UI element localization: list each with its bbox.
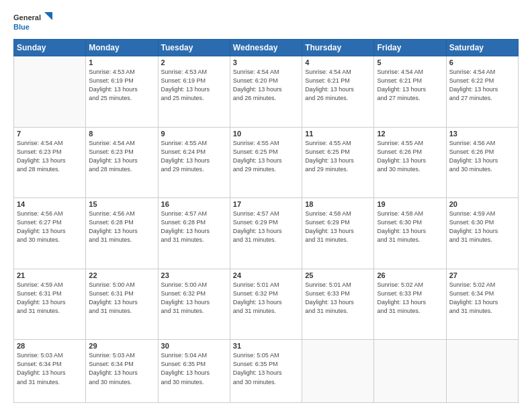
cell-info: Sunrise: 4:56 AM Sunset: 6:26 PM Dayligh…	[449, 139, 515, 174]
cell-info: Sunrise: 5:00 AM Sunset: 6:31 PM Dayligh…	[89, 281, 154, 316]
col-header-wednesday: Wednesday	[230, 40, 302, 56]
calendar-cell: 13Sunrise: 4:56 AM Sunset: 6:26 PM Dayli…	[446, 127, 518, 198]
day-number: 19	[377, 200, 443, 208]
calendar-cell: 29Sunrise: 5:03 AM Sunset: 6:34 PM Dayli…	[86, 340, 158, 403]
calendar-cell: 21Sunrise: 4:59 AM Sunset: 6:31 PM Dayli…	[14, 269, 86, 340]
day-number: 27	[449, 271, 515, 279]
calendar-table: SundayMondayTuesdayWednesdayThursdayFrid…	[13, 39, 519, 403]
day-number: 2	[161, 58, 227, 66]
cell-info: Sunrise: 4:54 AM Sunset: 6:22 PM Dayligh…	[449, 68, 515, 103]
cell-info: Sunrise: 4:54 AM Sunset: 6:23 PM Dayligh…	[17, 139, 83, 174]
cell-info: Sunrise: 5:03 AM Sunset: 6:34 PM Dayligh…	[17, 351, 83, 386]
calendar-cell: 27Sunrise: 5:02 AM Sunset: 6:34 PM Dayli…	[446, 269, 518, 340]
day-number: 3	[233, 58, 299, 66]
calendar-cell	[446, 340, 518, 403]
day-number: 28	[17, 342, 83, 350]
calendar-cell: 16Sunrise: 4:57 AM Sunset: 6:28 PM Dayli…	[158, 198, 230, 269]
calendar-cell: 17Sunrise: 4:57 AM Sunset: 6:29 PM Dayli…	[230, 198, 302, 269]
day-number: 26	[377, 271, 443, 279]
day-number: 20	[449, 200, 515, 208]
calendar-cell: 19Sunrise: 4:58 AM Sunset: 6:30 PM Dayli…	[374, 198, 446, 269]
cell-info: Sunrise: 4:56 AM Sunset: 6:28 PM Dayligh…	[89, 210, 154, 244]
cell-info: Sunrise: 5:01 AM Sunset: 6:32 PM Dayligh…	[233, 281, 299, 316]
day-number: 31	[233, 342, 299, 350]
calendar-cell: 7Sunrise: 4:54 AM Sunset: 6:23 PM Daylig…	[14, 127, 86, 198]
calendar-cell: 3Sunrise: 4:54 AM Sunset: 6:20 PM Daylig…	[230, 56, 302, 128]
calendar-cell: 24Sunrise: 5:01 AM Sunset: 6:32 PM Dayli…	[230, 269, 302, 340]
calendar-cell: 10Sunrise: 4:55 AM Sunset: 6:25 PM Dayli…	[230, 127, 302, 198]
svg-text:Blue: Blue	[13, 23, 30, 31]
day-number: 16	[161, 200, 227, 208]
day-number: 9	[161, 130, 227, 138]
day-number: 5	[377, 58, 443, 66]
calendar-cell: 31Sunrise: 5:05 AM Sunset: 6:35 PM Dayli…	[230, 340, 302, 403]
calendar-cell	[302, 340, 374, 403]
calendar-cell: 1Sunrise: 4:53 AM Sunset: 6:19 PM Daylig…	[86, 56, 158, 128]
cell-info: Sunrise: 5:00 AM Sunset: 6:32 PM Dayligh…	[161, 281, 227, 316]
cell-info: Sunrise: 4:54 AM Sunset: 6:23 PM Dayligh…	[89, 139, 154, 174]
cell-info: Sunrise: 4:55 AM Sunset: 6:25 PM Dayligh…	[305, 139, 371, 174]
calendar-cell: 14Sunrise: 4:56 AM Sunset: 6:27 PM Dayli…	[14, 198, 86, 269]
calendar-cell: 25Sunrise: 5:01 AM Sunset: 6:33 PM Dayli…	[302, 269, 374, 340]
cell-info: Sunrise: 4:54 AM Sunset: 6:21 PM Dayligh…	[377, 68, 443, 103]
calendar-cell: 2Sunrise: 4:53 AM Sunset: 6:19 PM Daylig…	[158, 56, 230, 128]
day-number: 15	[89, 200, 154, 208]
cell-info: Sunrise: 4:55 AM Sunset: 6:26 PM Dayligh…	[377, 139, 443, 174]
cell-info: Sunrise: 5:04 AM Sunset: 6:35 PM Dayligh…	[161, 351, 227, 386]
svg-text:General: General	[13, 13, 41, 21]
day-number: 10	[233, 130, 299, 138]
col-header-sunday: Sunday	[14, 40, 86, 56]
calendar-cell	[374, 340, 446, 403]
day-number: 13	[449, 130, 515, 138]
day-number: 24	[233, 271, 299, 279]
calendar-cell: 12Sunrise: 4:55 AM Sunset: 6:26 PM Dayli…	[374, 127, 446, 198]
day-number: 21	[17, 271, 83, 279]
day-number: 11	[305, 130, 371, 138]
cell-info: Sunrise: 4:58 AM Sunset: 6:29 PM Dayligh…	[305, 210, 371, 244]
day-number: 7	[17, 130, 83, 138]
logo: General Blue	[13, 11, 54, 35]
calendar-cell: 28Sunrise: 5:03 AM Sunset: 6:34 PM Dayli…	[14, 340, 86, 403]
general-blue-logo: General Blue	[13, 11, 54, 35]
cell-info: Sunrise: 5:02 AM Sunset: 6:33 PM Dayligh…	[377, 281, 443, 316]
calendar-cell: 18Sunrise: 4:58 AM Sunset: 6:29 PM Dayli…	[302, 198, 374, 269]
day-number: 25	[305, 271, 371, 279]
calendar-cell: 9Sunrise: 4:55 AM Sunset: 6:24 PM Daylig…	[158, 127, 230, 198]
cell-info: Sunrise: 4:55 AM Sunset: 6:25 PM Dayligh…	[233, 139, 299, 174]
cell-info: Sunrise: 5:01 AM Sunset: 6:33 PM Dayligh…	[305, 281, 371, 316]
day-number: 4	[305, 58, 371, 66]
calendar-cell: 11Sunrise: 4:55 AM Sunset: 6:25 PM Dayli…	[302, 127, 374, 198]
cell-info: Sunrise: 4:59 AM Sunset: 6:31 PM Dayligh…	[17, 281, 83, 316]
calendar-cell: 15Sunrise: 4:56 AM Sunset: 6:28 PM Dayli…	[86, 198, 158, 269]
cell-info: Sunrise: 4:57 AM Sunset: 6:29 PM Dayligh…	[233, 210, 299, 244]
calendar-cell: 4Sunrise: 4:54 AM Sunset: 6:21 PM Daylig…	[302, 56, 374, 128]
cell-info: Sunrise: 5:03 AM Sunset: 6:34 PM Dayligh…	[89, 351, 154, 386]
cell-info: Sunrise: 4:54 AM Sunset: 6:21 PM Dayligh…	[305, 68, 371, 103]
day-number: 18	[305, 200, 371, 208]
calendar-cell: 23Sunrise: 5:00 AM Sunset: 6:32 PM Dayli…	[158, 269, 230, 340]
day-number: 12	[377, 130, 443, 138]
day-number: 14	[17, 200, 83, 208]
day-number: 17	[233, 200, 299, 208]
day-number: 1	[89, 58, 154, 66]
cell-info: Sunrise: 4:53 AM Sunset: 6:19 PM Dayligh…	[89, 68, 154, 103]
cell-info: Sunrise: 5:05 AM Sunset: 6:35 PM Dayligh…	[233, 351, 299, 386]
col-header-monday: Monday	[86, 40, 158, 56]
cell-info: Sunrise: 4:53 AM Sunset: 6:19 PM Dayligh…	[161, 68, 227, 103]
day-number: 6	[449, 58, 515, 66]
day-number: 29	[89, 342, 154, 350]
cell-info: Sunrise: 4:54 AM Sunset: 6:20 PM Dayligh…	[233, 68, 299, 103]
day-number: 30	[161, 342, 227, 350]
header: General Blue	[13, 11, 519, 35]
col-header-friday: Friday	[374, 40, 446, 56]
calendar-cell: 8Sunrise: 4:54 AM Sunset: 6:23 PM Daylig…	[86, 127, 158, 198]
day-number: 22	[89, 271, 154, 279]
calendar-cell	[14, 56, 86, 128]
col-header-thursday: Thursday	[302, 40, 374, 56]
cell-info: Sunrise: 4:55 AM Sunset: 6:24 PM Dayligh…	[161, 139, 227, 174]
calendar-cell: 22Sunrise: 5:00 AM Sunset: 6:31 PM Dayli…	[86, 269, 158, 340]
col-header-saturday: Saturday	[446, 40, 518, 56]
calendar-cell: 5Sunrise: 4:54 AM Sunset: 6:21 PM Daylig…	[374, 56, 446, 128]
cell-info: Sunrise: 4:57 AM Sunset: 6:28 PM Dayligh…	[161, 210, 227, 244]
page: General Blue SundayMondayTuesdayWednesda…	[0, 0, 532, 411]
